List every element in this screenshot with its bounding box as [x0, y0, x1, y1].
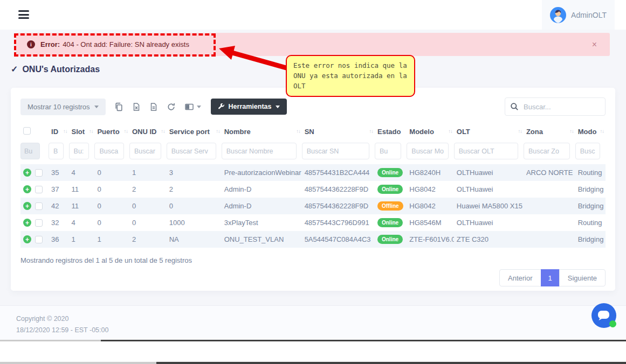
- filter-input-slot[interactable]: [69, 143, 90, 159]
- table-search: [505, 97, 606, 116]
- column-label: Service port: [169, 128, 210, 136]
- sort-icon[interactable]: ↑↓: [89, 128, 93, 134]
- sort-icon[interactable]: ↑↓: [518, 128, 522, 134]
- column-header-zona[interactable]: Zona↑↓: [524, 123, 575, 141]
- filter-cell-zona: [524, 141, 575, 164]
- column-header-id[interactable]: ID↑↓: [49, 123, 68, 141]
- column-label: ONU ID: [132, 128, 157, 136]
- cell-service_port: 3: [167, 164, 222, 181]
- cell-zona: [524, 231, 575, 248]
- filter-cell-onu_id: [129, 141, 167, 164]
- pagination-page-1[interactable]: 1: [541, 269, 560, 286]
- filter-input-id[interactable]: [49, 143, 63, 159]
- filter-input-modelo[interactable]: [407, 143, 448, 159]
- filter-input-puerto[interactable]: [94, 143, 124, 159]
- cell-nombre: ONU_TEST_VLAN: [222, 231, 302, 248]
- refresh-button[interactable]: [167, 102, 176, 111]
- close-icon[interactable]: ×: [592, 40, 597, 49]
- filter-input-nombre[interactable]: [222, 143, 297, 159]
- sort-icon[interactable]: ↑↓: [63, 128, 67, 134]
- row-checkbox[interactable]: [35, 169, 43, 177]
- table-filter-row: [20, 141, 606, 164]
- cell-sn: 485754431B2CA444: [302, 164, 375, 181]
- sort-icon[interactable]: ↑↓: [296, 128, 300, 134]
- sort-icon[interactable]: ↑↓: [600, 128, 604, 134]
- column-header-sn[interactable]: SN↑↓: [302, 123, 375, 141]
- column-header-modo[interactable]: Modo↑↓: [575, 123, 606, 141]
- excel-file-icon: [132, 102, 141, 111]
- scrollbar-track[interactable]: [0, 340, 626, 341]
- hamburger-menu-icon[interactable]: [18, 10, 29, 21]
- table-body: +354013Pre-autorizacionWebinar485754431B…: [20, 164, 606, 248]
- sort-icon[interactable]: ↑↓: [569, 128, 574, 134]
- filter-input-service_port[interactable]: [167, 143, 216, 159]
- column-header-onu_id[interactable]: ONU ID↑↓: [129, 123, 167, 141]
- table-row: +36112NAONU_TEST_VLAN5A544547C084A4C3Onl…: [20, 231, 606, 248]
- pagination-prev-button[interactable]: Anterior: [499, 269, 541, 286]
- cell-slot: 4: [69, 164, 95, 181]
- row-checkbox[interactable]: [35, 186, 43, 193]
- cell-puerto: 0: [94, 164, 129, 181]
- sort-icon[interactable]: ↑↓: [216, 128, 220, 134]
- search-input[interactable]: [505, 97, 606, 116]
- cell-estado: Offline: [375, 198, 407, 214]
- cell-sn: 5A544547C084A4C3: [302, 231, 375, 248]
- column-header-service_port[interactable]: Service port↑↓: [167, 123, 222, 141]
- filter-input-estado[interactable]: [375, 143, 401, 159]
- row-checkbox[interactable]: [35, 236, 43, 243]
- file-export-button[interactable]: [149, 102, 158, 111]
- sort-icon[interactable]: ↑↓: [448, 128, 452, 134]
- select-all-checkbox[interactable]: [23, 127, 31, 135]
- table-row: +354013Pre-autorizacionWebinar485754431B…: [20, 164, 606, 181]
- filter-input-olt[interactable]: [454, 143, 518, 159]
- column-header-slot[interactable]: Slot↑↓: [69, 123, 95, 141]
- filter-input-onu_id[interactable]: [129, 143, 161, 159]
- records-info: Mostrando registros del 1 al 5 de un tot…: [20, 256, 606, 264]
- expand-row-icon[interactable]: +: [23, 169, 31, 177]
- app-window: AdminOLT i Error: 404 - Ont add: Failure…: [0, 0, 626, 364]
- column-header-olt[interactable]: OLT↑↓: [454, 123, 524, 141]
- sort-icon[interactable]: ↑↓: [161, 128, 165, 134]
- table-head-row: ID↑↓Slot↑↓Puerto↑↓ONU ID↑↓Service port↑↓…: [20, 123, 606, 141]
- refresh-icon: [167, 102, 176, 111]
- show-records-dropdown[interactable]: Mostrar 10 registros: [20, 99, 106, 115]
- expand-row-icon[interactable]: +: [23, 235, 31, 243]
- column-header-nombre[interactable]: Nombre↑↓: [222, 123, 302, 141]
- username: AdminOLT: [571, 11, 607, 19]
- cell-zona: [524, 214, 575, 231]
- column-header-modelo[interactable]: Modelo↑↓: [407, 123, 453, 141]
- tools-dropdown-button[interactable]: Herramientas: [211, 99, 287, 115]
- sort-icon[interactable]: ↑↓: [369, 128, 373, 134]
- cell-modelo: HG8042: [407, 198, 453, 214]
- cell-select: +: [20, 164, 49, 181]
- sort-icon[interactable]: ↑↓: [123, 128, 128, 134]
- chat-widget-button[interactable]: [591, 303, 617, 328]
- cell-id: 35: [49, 164, 68, 181]
- column-label: Estado: [377, 128, 401, 136]
- filter-input-modo[interactable]: [575, 143, 600, 159]
- filter-input-zona[interactable]: [524, 143, 570, 159]
- filter-cell-slot: [69, 141, 95, 164]
- main-content: i Error: 404 - Ont add: Failure: SN alre…: [0, 30, 626, 305]
- expand-row-icon[interactable]: +: [23, 219, 31, 227]
- cell-estado: Online: [375, 214, 407, 231]
- cell-slot: 4: [69, 214, 95, 231]
- status-badge: Online: [377, 235, 403, 244]
- cell-onu_id: 2: [129, 231, 167, 248]
- copy-button[interactable]: [114, 102, 123, 111]
- expand-row-icon[interactable]: +: [23, 185, 31, 193]
- row-checkbox[interactable]: [35, 202, 43, 210]
- filter-cell-sn: [302, 141, 375, 164]
- column-visibility-button[interactable]: [184, 102, 201, 111]
- scrollbar-track[interactable]: [0, 362, 626, 364]
- excel-export-button[interactable]: [132, 102, 141, 111]
- filter-input-sn[interactable]: [302, 143, 369, 159]
- cell-modo: Bridging: [575, 181, 606, 198]
- pagination-next-button[interactable]: Siguiente: [559, 269, 606, 286]
- cell-modo: Bridging: [575, 231, 606, 248]
- row-checkbox[interactable]: [35, 219, 43, 227]
- user-menu[interactable]: AdminOLT: [542, 0, 615, 30]
- filter-cell-nombre: [222, 141, 302, 164]
- column-header-puerto[interactable]: Puerto↑↓: [94, 123, 129, 141]
- expand-row-icon[interactable]: +: [23, 202, 31, 210]
